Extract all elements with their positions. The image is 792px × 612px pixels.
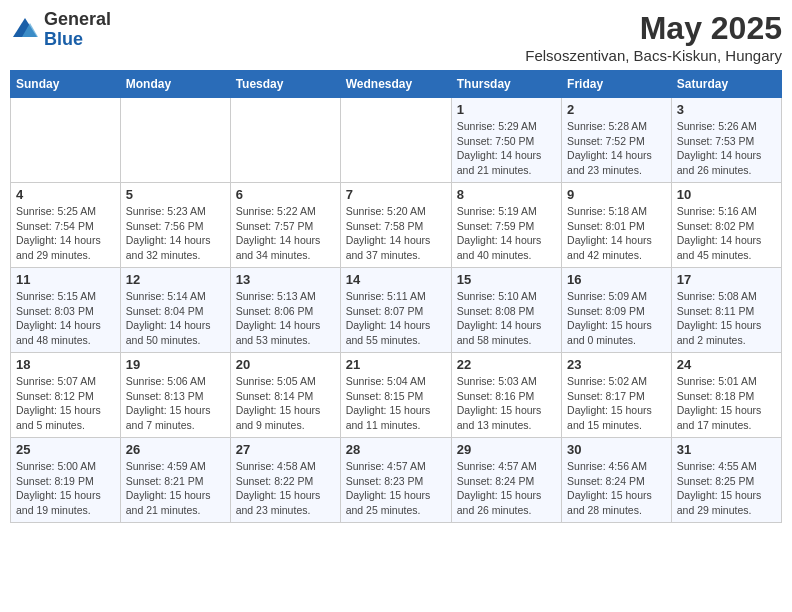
calendar-day-header: Thursday (451, 71, 561, 98)
calendar-week-row: 18Sunrise: 5:07 AM Sunset: 8:12 PM Dayli… (11, 353, 782, 438)
day-info: Sunrise: 5:25 AM Sunset: 7:54 PM Dayligh… (16, 204, 115, 263)
calendar-day-cell: 4Sunrise: 5:25 AM Sunset: 7:54 PM Daylig… (11, 183, 121, 268)
calendar-day-header: Sunday (11, 71, 121, 98)
calendar-day-cell: 11Sunrise: 5:15 AM Sunset: 8:03 PM Dayli… (11, 268, 121, 353)
calendar-day-header: Monday (120, 71, 230, 98)
day-number: 6 (236, 187, 335, 202)
day-number: 25 (16, 442, 115, 457)
day-info: Sunrise: 5:01 AM Sunset: 8:18 PM Dayligh… (677, 374, 776, 433)
calendar-week-row: 25Sunrise: 5:00 AM Sunset: 8:19 PM Dayli… (11, 438, 782, 523)
calendar-day-cell: 28Sunrise: 4:57 AM Sunset: 8:23 PM Dayli… (340, 438, 451, 523)
day-info: Sunrise: 4:56 AM Sunset: 8:24 PM Dayligh… (567, 459, 666, 518)
day-info: Sunrise: 5:28 AM Sunset: 7:52 PM Dayligh… (567, 119, 666, 178)
day-info: Sunrise: 4:57 AM Sunset: 8:24 PM Dayligh… (457, 459, 556, 518)
month-title: May 2025 (525, 10, 782, 47)
calendar-day-cell (230, 98, 340, 183)
calendar-day-cell: 5Sunrise: 5:23 AM Sunset: 7:56 PM Daylig… (120, 183, 230, 268)
calendar-week-row: 4Sunrise: 5:25 AM Sunset: 7:54 PM Daylig… (11, 183, 782, 268)
calendar-day-cell: 21Sunrise: 5:04 AM Sunset: 8:15 PM Dayli… (340, 353, 451, 438)
day-info: Sunrise: 5:18 AM Sunset: 8:01 PM Dayligh… (567, 204, 666, 263)
day-info: Sunrise: 5:02 AM Sunset: 8:17 PM Dayligh… (567, 374, 666, 433)
calendar-day-cell: 2Sunrise: 5:28 AM Sunset: 7:52 PM Daylig… (562, 98, 672, 183)
day-number: 17 (677, 272, 776, 287)
day-info: Sunrise: 5:03 AM Sunset: 8:16 PM Dayligh… (457, 374, 556, 433)
day-number: 2 (567, 102, 666, 117)
calendar-day-cell: 24Sunrise: 5:01 AM Sunset: 8:18 PM Dayli… (671, 353, 781, 438)
day-info: Sunrise: 5:04 AM Sunset: 8:15 PM Dayligh… (346, 374, 446, 433)
day-number: 12 (126, 272, 225, 287)
day-info: Sunrise: 4:59 AM Sunset: 8:21 PM Dayligh… (126, 459, 225, 518)
day-info: Sunrise: 5:07 AM Sunset: 8:12 PM Dayligh… (16, 374, 115, 433)
day-number: 27 (236, 442, 335, 457)
calendar-day-cell: 7Sunrise: 5:20 AM Sunset: 7:58 PM Daylig… (340, 183, 451, 268)
calendar-day-header: Friday (562, 71, 672, 98)
day-info: Sunrise: 5:09 AM Sunset: 8:09 PM Dayligh… (567, 289, 666, 348)
calendar-day-cell: 1Sunrise: 5:29 AM Sunset: 7:50 PM Daylig… (451, 98, 561, 183)
day-number: 19 (126, 357, 225, 372)
day-info: Sunrise: 5:22 AM Sunset: 7:57 PM Dayligh… (236, 204, 335, 263)
calendar-day-cell: 25Sunrise: 5:00 AM Sunset: 8:19 PM Dayli… (11, 438, 121, 523)
calendar-day-cell: 8Sunrise: 5:19 AM Sunset: 7:59 PM Daylig… (451, 183, 561, 268)
calendar-day-cell: 22Sunrise: 5:03 AM Sunset: 8:16 PM Dayli… (451, 353, 561, 438)
day-number: 7 (346, 187, 446, 202)
day-number: 5 (126, 187, 225, 202)
day-number: 18 (16, 357, 115, 372)
calendar-day-cell: 16Sunrise: 5:09 AM Sunset: 8:09 PM Dayli… (562, 268, 672, 353)
day-info: Sunrise: 5:19 AM Sunset: 7:59 PM Dayligh… (457, 204, 556, 263)
day-info: Sunrise: 5:20 AM Sunset: 7:58 PM Dayligh… (346, 204, 446, 263)
calendar-header-row: SundayMondayTuesdayWednesdayThursdayFrid… (11, 71, 782, 98)
day-info: Sunrise: 5:05 AM Sunset: 8:14 PM Dayligh… (236, 374, 335, 433)
day-number: 10 (677, 187, 776, 202)
day-number: 21 (346, 357, 446, 372)
day-info: Sunrise: 5:06 AM Sunset: 8:13 PM Dayligh… (126, 374, 225, 433)
day-info: Sunrise: 4:57 AM Sunset: 8:23 PM Dayligh… (346, 459, 446, 518)
day-number: 23 (567, 357, 666, 372)
calendar-day-cell: 17Sunrise: 5:08 AM Sunset: 8:11 PM Dayli… (671, 268, 781, 353)
calendar-day-header: Saturday (671, 71, 781, 98)
day-info: Sunrise: 5:16 AM Sunset: 8:02 PM Dayligh… (677, 204, 776, 263)
logo-icon (10, 15, 40, 45)
calendar-day-cell: 31Sunrise: 4:55 AM Sunset: 8:25 PM Dayli… (671, 438, 781, 523)
day-number: 24 (677, 357, 776, 372)
day-info: Sunrise: 5:10 AM Sunset: 8:08 PM Dayligh… (457, 289, 556, 348)
day-info: Sunrise: 5:00 AM Sunset: 8:19 PM Dayligh… (16, 459, 115, 518)
logo: General Blue (10, 10, 111, 50)
location-subtitle: Felsoszentivan, Bacs-Kiskun, Hungary (525, 47, 782, 64)
calendar-week-row: 11Sunrise: 5:15 AM Sunset: 8:03 PM Dayli… (11, 268, 782, 353)
calendar-day-cell: 26Sunrise: 4:59 AM Sunset: 8:21 PM Dayli… (120, 438, 230, 523)
calendar-body: 1Sunrise: 5:29 AM Sunset: 7:50 PM Daylig… (11, 98, 782, 523)
day-info: Sunrise: 5:26 AM Sunset: 7:53 PM Dayligh… (677, 119, 776, 178)
day-number: 14 (346, 272, 446, 287)
day-number: 8 (457, 187, 556, 202)
day-number: 28 (346, 442, 446, 457)
calendar-day-cell: 15Sunrise: 5:10 AM Sunset: 8:08 PM Dayli… (451, 268, 561, 353)
day-number: 13 (236, 272, 335, 287)
calendar-day-cell (120, 98, 230, 183)
calendar-day-cell (11, 98, 121, 183)
calendar-day-header: Wednesday (340, 71, 451, 98)
day-number: 30 (567, 442, 666, 457)
day-info: Sunrise: 5:29 AM Sunset: 7:50 PM Dayligh… (457, 119, 556, 178)
day-number: 9 (567, 187, 666, 202)
calendar-day-cell: 9Sunrise: 5:18 AM Sunset: 8:01 PM Daylig… (562, 183, 672, 268)
day-number: 1 (457, 102, 556, 117)
calendar-day-cell: 13Sunrise: 5:13 AM Sunset: 8:06 PM Dayli… (230, 268, 340, 353)
calendar-day-cell (340, 98, 451, 183)
day-number: 16 (567, 272, 666, 287)
calendar-day-cell: 6Sunrise: 5:22 AM Sunset: 7:57 PM Daylig… (230, 183, 340, 268)
calendar-day-cell: 30Sunrise: 4:56 AM Sunset: 8:24 PM Dayli… (562, 438, 672, 523)
calendar-day-cell: 10Sunrise: 5:16 AM Sunset: 8:02 PM Dayli… (671, 183, 781, 268)
calendar-day-cell: 20Sunrise: 5:05 AM Sunset: 8:14 PM Dayli… (230, 353, 340, 438)
day-info: Sunrise: 4:58 AM Sunset: 8:22 PM Dayligh… (236, 459, 335, 518)
calendar-day-header: Tuesday (230, 71, 340, 98)
calendar-day-cell: 19Sunrise: 5:06 AM Sunset: 8:13 PM Dayli… (120, 353, 230, 438)
logo-general-text: General (44, 10, 111, 30)
calendar-day-cell: 3Sunrise: 5:26 AM Sunset: 7:53 PM Daylig… (671, 98, 781, 183)
day-number: 15 (457, 272, 556, 287)
day-info: Sunrise: 5:13 AM Sunset: 8:06 PM Dayligh… (236, 289, 335, 348)
day-number: 22 (457, 357, 556, 372)
logo-blue-text: Blue (44, 30, 111, 50)
calendar-week-row: 1Sunrise: 5:29 AM Sunset: 7:50 PM Daylig… (11, 98, 782, 183)
calendar-day-cell: 29Sunrise: 4:57 AM Sunset: 8:24 PM Dayli… (451, 438, 561, 523)
calendar-day-cell: 14Sunrise: 5:11 AM Sunset: 8:07 PM Dayli… (340, 268, 451, 353)
